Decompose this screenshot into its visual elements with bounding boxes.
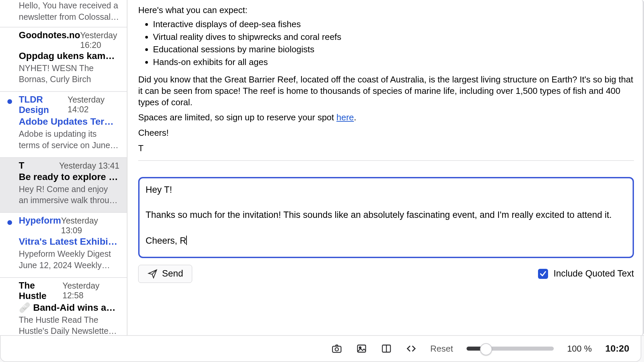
list-item-time: Yesterday 12:58 (62, 281, 119, 300)
mail-signature: T (138, 143, 634, 154)
split-view-icon[interactable] (381, 343, 392, 354)
list-item-sender: T (19, 161, 24, 171)
list-item-preview: Hey R! Come and enjoy an immersive walk … (19, 184, 119, 206)
send-button[interactable]: Send (138, 265, 192, 283)
list-item[interactable]: Hello, You have received a newsletter fr… (0, 0, 127, 27)
slider-thumb[interactable] (480, 343, 492, 355)
list-item-preview: The Hustle Read The Hustle's Daily Newsl… (19, 314, 119, 336)
mail-text: . (354, 112, 356, 122)
mail-intro: Here's what you can expect: (138, 5, 634, 16)
text-caret (186, 236, 187, 245)
mail-paragraph-reef: Did you know that the Great Barrier Reef… (138, 74, 634, 108)
zoom-slider[interactable] (467, 347, 554, 351)
zoom-percentage: 100 % (567, 344, 592, 354)
image-icon[interactable] (356, 343, 367, 354)
list-item-subject: Adobe Updates Terms 📝, iOS Customize Hom… (19, 116, 119, 127)
list-item[interactable]: TYesterday 13:41Be ready to explore the … (0, 158, 127, 213)
list-item[interactable]: Goodnotes.noYesterday 16:20Oppdag ukens … (0, 27, 127, 92)
compose-textarea[interactable]: Hey T! Thanks so much for the invitation… (138, 177, 634, 258)
reset-button[interactable]: Reset (430, 344, 453, 354)
list-item-preview: Adobe is updating its terms of service o… (19, 128, 119, 151)
list-item-sender: Hypeform (19, 216, 61, 226)
svg-rect-0 (332, 346, 341, 352)
list-item-preview: Hypeform Weekly Digest June 12, 2024 Wee… (19, 248, 119, 271)
list-item[interactable]: TLDR DesignYesterday 14:02Adobe Updates … (0, 92, 127, 158)
include-quoted-label: Include Quoted Text (553, 268, 634, 279)
list-item-subject: Be ready to explore the world of underwa… (19, 172, 119, 182)
list-item-subject: Vitra's Latest Exhibition Is Space Age H… (19, 236, 119, 247)
list-item-time: Yesterday 14:02 (68, 95, 119, 114)
paper-plane-icon (147, 268, 158, 279)
unread-dot-icon (7, 99, 12, 104)
svg-point-1 (335, 348, 338, 351)
list-item-sender: TLDR Design (19, 95, 68, 115)
list-item-subject: Oppdag ukens kampanjer + Gratis frakt! (19, 51, 119, 61)
list-item-time: Yesterday 13:09 (61, 216, 119, 235)
list-item-sender: The Hustle (19, 281, 62, 301)
list-item[interactable]: HypeformYesterday 13:09Vitra's Latest Ex… (0, 213, 127, 278)
list-item-preview: NYHET! WESN The Bornas, Curly Birch (19, 63, 119, 85)
mail-bullet: Interactive displays of deep-sea fishes (153, 19, 634, 30)
list-item-time: Yesterday 16:20 (80, 31, 119, 50)
mail-bullet: Educational sessions by marine biologist… (153, 44, 634, 55)
message-list: Hello, You have received a newsletter fr… (0, 0, 127, 335)
mail-body: Here's what you can expect: Interactive … (138, 0, 634, 161)
send-button-label: Send (162, 268, 183, 279)
code-icon[interactable] (406, 343, 417, 354)
list-item-sender: Goodnotes.no (19, 30, 80, 41)
include-quoted-toggle[interactable]: Include Quoted Text (538, 268, 634, 279)
bottom-toolbar: Reset 100 % 10:20 (0, 336, 641, 362)
list-item-time: Yesterday 13:41 (59, 161, 119, 171)
camera-icon[interactable] (331, 343, 342, 354)
mail-paragraph-signup: Spaces are limited, so sign up to reserv… (138, 112, 634, 123)
mail-bullet-list: Interactive displays of deep-sea fishesV… (138, 19, 634, 68)
clock-time: 10:20 (605, 343, 629, 354)
mail-bullet: Virtual reality dives to shipwrecks and … (153, 32, 634, 43)
unread-dot-icon (7, 220, 12, 225)
message-content-pane: Here's what you can expect: Interactive … (127, 0, 644, 335)
svg-rect-2 (358, 345, 366, 352)
list-item-subject: 🩹 Band-Aid wins again (19, 302, 119, 313)
mail-bullet: Hands-on exhibits for all ages (153, 57, 634, 68)
mail-text: Spaces are limited, so sign up to reserv… (138, 112, 336, 122)
signup-link[interactable]: here (336, 112, 354, 122)
list-item-preview: Hello, You have received a newsletter fr… (19, 0, 119, 23)
checkbox-checked-icon (538, 269, 548, 279)
list-item[interactable]: The HustleYesterday 12:58🩹 Band-Aid wins… (0, 278, 127, 336)
body-separator (138, 160, 634, 161)
mail-cheers: Cheers! (138, 127, 634, 139)
